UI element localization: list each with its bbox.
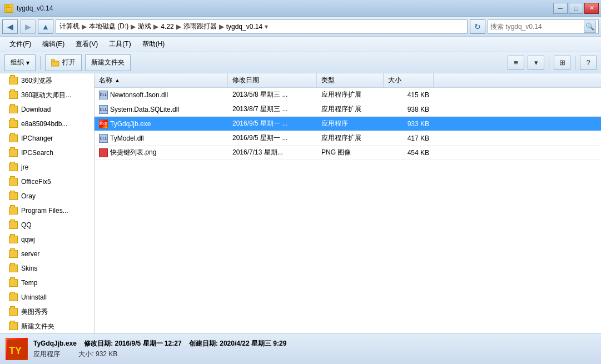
dll-icon: DLL: [99, 134, 108, 143]
folder-icon: [9, 221, 18, 229]
view-arrow-button[interactable]: ▾: [528, 56, 544, 70]
breadcrumb-part: 本地磁盘 (D:): [89, 22, 128, 31]
menu-edit[interactable]: 编辑(E): [37, 37, 69, 51]
back-button[interactable]: ◀: [2, 19, 18, 34]
folder-icon: [9, 106, 18, 113]
sidebar-item-label: OfficeFix5: [21, 178, 51, 186]
organize-button[interactable]: 组织 ▾: [4, 54, 36, 71]
pane-button[interactable]: ⊞: [554, 56, 570, 70]
sidebar-item-8[interactable]: Oray: [0, 189, 94, 203]
svg-rect-0: [6, 7, 12, 11]
sidebar-item-1[interactable]: 360驱动大师目...: [0, 88, 94, 102]
sidebar-item-10[interactable]: QQ: [0, 218, 94, 232]
menu-view[interactable]: 查看(V): [71, 37, 103, 51]
table-row[interactable]: EXETyGdqJjb.exe 2016/9/5 星期一 ... 应用程序 93…: [95, 117, 601, 131]
col-header-date[interactable]: 修改日期: [228, 73, 317, 87]
table-row[interactable]: DLLNewtonsoft.Json.dll 2013/5/8 星期三 ... …: [95, 88, 601, 102]
sidebar-item-11[interactable]: qqwj: [0, 232, 94, 247]
table-row[interactable]: 快捷键列表.png 2016/7/13 星期... PNG 图像 454 KB: [95, 146, 601, 160]
new-folder-label: 新建文件夹: [91, 58, 125, 67]
help-button[interactable]: ?: [580, 56, 597, 70]
file-name-cell: DLLTyModel.dll: [95, 134, 228, 143]
file-list-header: 名称 ▲ 修改日期 类型 大小: [95, 73, 601, 88]
sidebar-item-7[interactable]: OfficeFix5: [0, 174, 94, 189]
folder-icon: [9, 163, 18, 171]
title-bar-controls: ─ □ ✕: [553, 3, 599, 14]
sidebar-item-label: 360驱动大师目...: [21, 91, 71, 100]
col-header-type[interactable]: 类型: [317, 73, 384, 87]
dll-icon: DLL: [99, 105, 108, 114]
sidebar-item-label: 360浏览器: [21, 76, 52, 86]
menu-file[interactable]: 文件(F): [4, 37, 36, 51]
folder-icon: [9, 178, 18, 186]
refresh-button[interactable]: ↻: [470, 19, 485, 34]
svg-text:TY: TY: [9, 345, 22, 356]
minimize-button[interactable]: ─: [553, 3, 568, 14]
breadcrumb-part: 4.22: [161, 23, 173, 31]
menu-tools[interactable]: 工具(T): [104, 37, 136, 51]
status-file-icon: TY: [6, 338, 28, 360]
breadcrumb-part: 游戏: [138, 22, 151, 31]
sidebar-item-label: server: [21, 250, 39, 258]
sidebar-item-12[interactable]: server: [0, 247, 94, 261]
breadcrumb[interactable]: 计算机 ▶ 本地磁盘 (D:) ▶ 游戏 ▶ 4.22 ▶ 添雨跟打器 ▶ ty…: [56, 19, 468, 34]
organize-arrow-icon: ▾: [26, 59, 29, 67]
toolbar-separator2: [549, 56, 549, 69]
sidebar-item-15[interactable]: Uninstall: [0, 290, 94, 305]
search-input[interactable]: [490, 23, 583, 31]
sidebar-item-label: e8a85094bdb...: [21, 120, 67, 128]
toolbar-separator3: [575, 56, 575, 69]
address-bar: ◀ ▶ ▲ 计算机 ▶ 本地磁盘 (D:) ▶ 游戏 ▶ 4.22 ▶ 添雨跟打…: [0, 17, 601, 37]
table-row[interactable]: DLLSystem.Data.SQLite.dll 2013/8/7 星期三 .…: [95, 102, 601, 117]
sidebar-item-4[interactable]: IPChanger: [0, 131, 94, 146]
sidebar-item-label: Skins: [21, 265, 37, 272]
folder-icon: [9, 293, 18, 301]
sidebar-item-label: Download: [21, 106, 51, 113]
sidebar-item-label: IPChanger: [21, 134, 53, 142]
view-toggle-button[interactable]: ≡: [508, 56, 524, 70]
folder-icon: [9, 279, 18, 287]
sidebar-item-label: IPCSearch: [21, 149, 53, 157]
open-button[interactable]: 打开: [45, 54, 82, 71]
sidebar-item-5[interactable]: IPCSearch: [0, 146, 94, 160]
png-icon: [99, 148, 108, 157]
sidebar-item-9[interactable]: Program Files...: [0, 203, 94, 218]
sidebar-item-17[interactable]: 新建文件夹: [0, 319, 94, 333]
folder-icon: [9, 192, 18, 200]
sidebar-item-label: Oray: [21, 192, 36, 200]
breadcrumb-dropdown: ▾: [265, 23, 268, 31]
file-size-cell: 415 KB: [384, 91, 434, 99]
folder-icon: [9, 236, 18, 243]
file-type-cell: PNG 图像: [317, 148, 384, 157]
folder-icon: [9, 91, 18, 99]
folder-icon: [9, 149, 18, 157]
file-date-cell: 2016/9/5 星期一 ...: [228, 119, 317, 128]
sidebar-item-6[interactable]: jre: [0, 160, 94, 174]
maximize-button[interactable]: □: [569, 3, 583, 14]
search-button[interactable]: 🔍: [584, 21, 596, 33]
close-button[interactable]: ✕: [584, 3, 599, 14]
sidebar-item-13[interactable]: Skins: [0, 261, 94, 276]
sidebar-item-2[interactable]: Download: [0, 102, 94, 117]
sidebar-item-0[interactable]: 360浏览器: [0, 73, 94, 88]
col-header-size[interactable]: 大小: [384, 73, 434, 87]
sidebar-item-label: Uninstall: [21, 293, 47, 301]
toolbar: 组织 ▾ 打开 新建文件夹 ≡ ▾ ⊞ ?: [0, 52, 601, 73]
menu-help[interactable]: 帮助(H): [137, 37, 170, 51]
sidebar-item-label: Program Files...: [21, 207, 68, 215]
search-bar: 🔍: [488, 19, 599, 34]
title-bar-text: tygdq_v0.14: [17, 4, 53, 12]
breadcrumb-sep: ▶: [219, 23, 224, 31]
breadcrumb-part: 计算机: [59, 22, 80, 31]
forward-button[interactable]: ▶: [20, 19, 36, 34]
col-header-name[interactable]: 名称 ▲: [95, 73, 228, 87]
menu-bar: 文件(F) 编辑(E) 查看(V) 工具(T) 帮助(H): [0, 37, 601, 52]
sidebar-item-14[interactable]: Temp: [0, 276, 94, 290]
table-row[interactable]: DLLTyModel.dll 2016/9/5 星期一 ... 应用程序扩展 4…: [95, 131, 601, 146]
up-button[interactable]: ▲: [38, 19, 53, 34]
sidebar-item-16[interactable]: 美图秀秀: [0, 305, 94, 319]
sidebar-item-3[interactable]: e8a85094bdb...: [0, 117, 94, 131]
file-list: 名称 ▲ 修改日期 类型 大小 DLLNewtonsoft.Json.dll 2…: [95, 73, 601, 333]
new-folder-button[interactable]: 新建文件夹: [85, 54, 131, 71]
file-type-cell: 应用程序: [317, 119, 384, 128]
